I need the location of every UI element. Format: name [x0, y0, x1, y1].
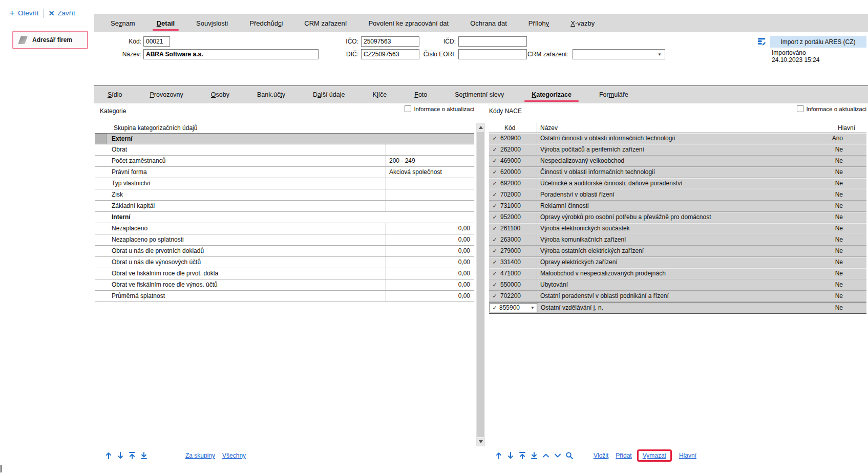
- category-row[interactable]: Typ vlastnictví: [95, 178, 474, 189]
- nace-row[interactable]: ✓469000Nespecializovaný velkoobchodNe: [489, 156, 866, 167]
- tab-povoleni-ke-zpracovani-dat[interactable]: Povolení ke zpracování dat: [357, 14, 459, 32]
- tab-klice[interactable]: Klíče: [358, 86, 400, 103]
- close-button[interactable]: ✕ Zavřít: [49, 9, 75, 17]
- nace-row[interactable]: ✓952000Opravy výrobků pro osobní potřebu…: [489, 212, 866, 223]
- category-row[interactable]: Právní formaAkciová společnost: [95, 167, 474, 178]
- tab-detail[interactable]: Detail: [146, 14, 185, 32]
- row-selector: [95, 167, 107, 178]
- nace-name: Opravy elektrických zařízení: [537, 257, 817, 268]
- nace-row[interactable]: ✓620900Ostatní činnosti v oblasti inform…: [489, 133, 866, 144]
- nace-row[interactable]: ✓331400Opravy elektrických zařízeníNe: [489, 257, 866, 268]
- tab-sidlo[interactable]: Sídlo: [94, 86, 136, 103]
- move-to-top-icon[interactable]: [126, 451, 138, 460]
- nace-row[interactable]: ✓702200Ostatní poradenství v oblasti pod…: [489, 291, 866, 302]
- nace-row[interactable]: ✓692000Účetnické a auditorské činnosti; …: [489, 178, 866, 189]
- category-row[interactable]: Interní: [95, 212, 474, 223]
- move-to-bottom-icon[interactable]: [138, 451, 150, 460]
- tab-predchudci[interactable]: Předchůdci: [239, 14, 293, 32]
- tab-provozovny[interactable]: Provozovny: [136, 86, 197, 103]
- kod-input[interactable]: [143, 36, 170, 47]
- move-to-bottom-icon[interactable]: [528, 451, 540, 460]
- category-row[interactable]: Nezaplaceno0,00: [95, 223, 474, 234]
- scroll-down-button[interactable]: [477, 438, 484, 446]
- move-to-top-icon[interactable]: [516, 451, 528, 460]
- close-icon: ✕: [49, 9, 55, 17]
- triangle-up-icon: [479, 126, 483, 129]
- nace-row[interactable]: ✓731000Reklamní činnostiNe: [489, 201, 866, 212]
- module-tab-adresar-firem[interactable]: Adresář firem: [12, 31, 88, 49]
- import-ares-button[interactable]: Import z portálu ARES (CZ): [770, 36, 866, 48]
- nace-code: 263000: [500, 234, 537, 245]
- nace-main: Ne: [817, 178, 866, 189]
- category-row[interactable]: Obrat ve fiskálním roce dle výnos. účtů0…: [95, 279, 474, 291]
- nace-row[interactable]: ✓620000Činnosti v oblasti informačních t…: [489, 167, 866, 178]
- chevron-down-icon[interactable]: [552, 451, 563, 460]
- chevron-up-icon[interactable]: [540, 451, 552, 460]
- move-down-icon[interactable]: [504, 451, 516, 460]
- move-up-icon[interactable]: [493, 451, 504, 460]
- category-row[interactable]: Zisk: [95, 189, 474, 201]
- move-down-icon[interactable]: [114, 451, 126, 460]
- category-row[interactable]: Nezaplaceno po splatnosti0,00: [95, 234, 474, 246]
- nace-row[interactable]: ✓263000Výroba komunikačních zařízeníNe: [489, 234, 866, 246]
- tab-prilohy[interactable]: Přílohy: [518, 14, 560, 32]
- category-row[interactable]: Průměrná splatnost0,00: [95, 291, 474, 302]
- import-grid-pencil-icon[interactable]: [757, 37, 766, 48]
- category-row[interactable]: Obrat ve fiskálním roce dle prvot. dokla…: [95, 268, 474, 279]
- update-info-checkbox[interactable]: [405, 105, 411, 112]
- vsechny-link[interactable]: Všechny: [222, 452, 246, 459]
- tab-seznam[interactable]: Seznam: [100, 14, 146, 32]
- search-icon[interactable]: [563, 451, 575, 460]
- move-up-icon[interactable]: [102, 451, 114, 460]
- category-row[interactable]: Externí: [95, 133, 474, 144]
- nace-row[interactable]: ✓279000Výroba ostatních elektrických zař…: [489, 246, 866, 257]
- scrollbar-thumb[interactable]: [477, 132, 484, 437]
- category-value: [386, 189, 474, 200]
- tab-ochrana-dat[interactable]: Ochrana dat: [459, 14, 518, 32]
- nace-row-selected[interactable]: ✓ 855900 ▼ Ostatní vzdělávání j. n. Ne: [489, 302, 866, 314]
- category-row[interactable]: Obrat u nás dle výnosových účtů0,00: [95, 257, 474, 268]
- category-value: [386, 201, 474, 211]
- check-icon: ✓: [489, 156, 500, 166]
- nace-name: Výroba elektronických součástek: [537, 223, 817, 234]
- nace-row[interactable]: ✓702000Poradenství v oblasti řízeníNe: [489, 189, 866, 201]
- nace-code-combobox[interactable]: ✓ 855900 ▼: [490, 303, 537, 312]
- vymazat-link[interactable]: Vymazat: [643, 452, 666, 459]
- category-row[interactable]: Počet zaměstnanců200 - 249: [95, 156, 474, 167]
- pridat-link[interactable]: Přidat: [616, 452, 631, 459]
- tab-label: Detail: [157, 19, 175, 27]
- open-button[interactable]: + Otevřít: [9, 8, 39, 18]
- nace-code: 279000: [500, 246, 537, 256]
- category-row[interactable]: Základní kapitál: [95, 201, 474, 212]
- row-selector: [95, 257, 107, 268]
- tab-souvislosti[interactable]: Souvislosti: [185, 14, 239, 32]
- category-row[interactable]: Obrat: [95, 144, 474, 156]
- tab-foto[interactable]: Foto: [400, 86, 441, 103]
- category-row[interactable]: Obrat u nás dle prvotních dokladů0,00: [95, 246, 474, 257]
- tab-bank-ucty[interactable]: Bank.účty: [243, 86, 299, 103]
- tab-sortimentni-slevy[interactable]: Sortimentní slevy: [441, 86, 518, 103]
- nace-row[interactable]: ✓261100Výroba elektronických součástekNe: [489, 223, 866, 234]
- nace-row[interactable]: ✓262000Výroba počítačů a periferních zař…: [489, 144, 866, 156]
- icd-input[interactable]: [458, 36, 527, 47]
- tab-x-vazby[interactable]: X-vazby: [560, 14, 605, 32]
- scroll-up-button[interactable]: [477, 123, 484, 132]
- nazev-input[interactable]: [143, 49, 319, 59]
- eori-label: Číslo EORI:: [399, 49, 456, 59]
- row-selector: [95, 156, 107, 166]
- vlozit-link[interactable]: Vložit: [594, 452, 608, 459]
- nace-row[interactable]: ✓471000Maloobchod v nespecializovaných p…: [489, 268, 866, 279]
- tab-crm-zarazeni[interactable]: CRM zařazení: [293, 14, 357, 32]
- nace-row[interactable]: ✓550000UbytováníNe: [489, 279, 866, 291]
- hlavni-link[interactable]: Hlavní: [679, 452, 696, 459]
- row-selector: [95, 134, 107, 144]
- tab-osoby[interactable]: Osoby: [197, 86, 243, 103]
- tab-dalsi-udaje[interactable]: Další údaje: [299, 86, 359, 103]
- tab-kategorizace[interactable]: Kategorizace: [518, 86, 585, 103]
- tab-formulare[interactable]: Formuláře: [585, 86, 642, 103]
- tab-label: Souvislosti: [196, 19, 228, 27]
- categories-scrollbar[interactable]: [476, 123, 485, 446]
- za-skupiny-link[interactable]: Za skupiny: [185, 452, 215, 459]
- update-info-checkbox[interactable]: [797, 105, 803, 112]
- crm-zarazeni-dropdown[interactable]: ▼: [573, 49, 665, 59]
